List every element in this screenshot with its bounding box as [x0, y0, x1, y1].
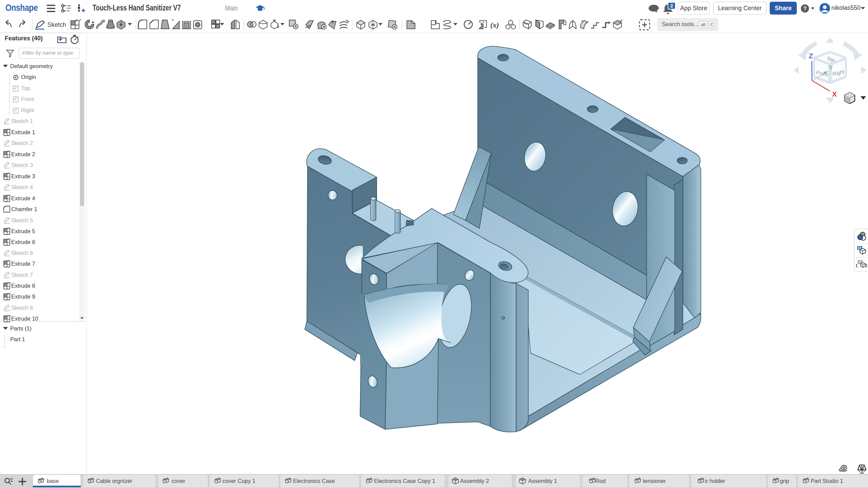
svg-text:(x): (x) [490, 21, 499, 29]
svg-text:Sketch: Sketch [47, 21, 66, 28]
svg-text:?: ? [803, 5, 807, 12]
